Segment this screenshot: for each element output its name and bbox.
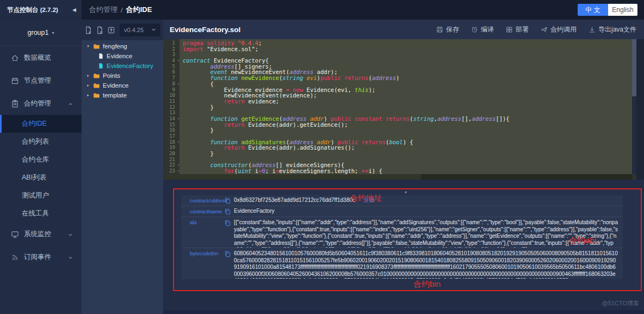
fold-gutter: [176, 87, 181, 93]
vertical-scrollbar-thumb[interactable]: [632, 39, 636, 96]
vertical-scrollbar[interactable]: [632, 39, 636, 174]
line-number: 9: [163, 87, 176, 93]
line-number: 5: [163, 64, 176, 70]
deploy-button[interactable]: 部署: [506, 25, 529, 34]
tree-folder-fengfeng[interactable]: ▾ fengfeng: [82, 41, 163, 51]
chevron-down-icon: [68, 254, 73, 262]
group-selector[interactable]: group1 ▾: [0, 20, 82, 46]
line-number: 8: [163, 81, 176, 87]
folder-icon: [93, 72, 100, 79]
breadcrumb-section[interactable]: 合约管理: [89, 5, 117, 15]
line-number: 1: [163, 40, 176, 46]
line-number: 3: [163, 52, 176, 58]
line-number: 12: [163, 104, 176, 110]
sidebar-item-data-overview[interactable]: 数据概览: [0, 46, 82, 69]
tree-folder-evidence[interactable]: ▸ Evidence: [82, 81, 163, 90]
fold-marker-icon[interactable]: ▾: [176, 116, 181, 122]
line-number: 21: [163, 157, 176, 163]
fold-gutter: [176, 69, 181, 75]
left-sidebar: group1 ▾ 数据概览节点管理合约管理合约IDE合约列表合约仓库ABI列表测…: [0, 20, 82, 314]
horizontal-scrollbar-thumb[interactable]: [163, 174, 421, 180]
horizontal-scrollbar[interactable]: [163, 174, 632, 180]
sidebar-item-system-monitor[interactable]: 系统监控: [0, 223, 82, 245]
fold-gutter: [176, 145, 181, 151]
code-editor[interactable]: 1 pragma solidity ^0.4.4; 2 import "Evid…: [163, 40, 632, 174]
tree-folder-template[interactable]: ▸ template: [82, 90, 163, 100]
fold-marker-icon[interactable]: ▾: [176, 81, 181, 87]
fold-gutter: [176, 52, 181, 58]
sidebar-item-subscribe-events[interactable]: 订阅事件: [0, 245, 82, 268]
contract-call-button[interactable]: 合约调用: [541, 25, 577, 34]
tree-file-evidence-factory-file[interactable]: EvidenceFactory: [82, 61, 163, 71]
copy-icon[interactable]: [225, 198, 231, 204]
fold-marker-icon[interactable]: ▾: [176, 168, 181, 174]
copy-icon[interactable]: [225, 251, 231, 257]
line-number: 7: [163, 75, 176, 81]
compile-button[interactable]: 编译: [471, 25, 494, 34]
line-number: 13: [163, 110, 176, 116]
line-number: 17: [163, 133, 176, 139]
fold-gutter: [176, 75, 181, 81]
sidebar-item-node-management[interactable]: 节点管理: [0, 69, 82, 92]
sidebar-subitem-label: 合约IDE: [22, 119, 47, 128]
sidebar-subitem-label: ABI列表: [22, 173, 46, 182]
app-brand-block: 节点控制台 (2.7.2) ◀: [0, 0, 82, 20]
output-label-abi: abi: [190, 219, 225, 225]
code-line: 16 }: [163, 127, 632, 133]
compile-icon: [471, 26, 478, 33]
sidebar-subitem-online-tools[interactable]: 在线工具: [0, 205, 82, 223]
import-file-button[interactable]: [107, 26, 115, 34]
save-button[interactable]: 保存: [436, 25, 459, 34]
sidebar-subitem-contract-list[interactable]: 合约列表: [0, 133, 82, 151]
fold-marker-icon[interactable]: ▾: [176, 139, 181, 145]
line-number: 22: [163, 162, 176, 168]
sidebar-subitem-test-user[interactable]: 测试用户: [0, 187, 82, 205]
deploy-result-rows: contractAddress 0x8d6327bf7253e87add9d17…: [181, 195, 623, 279]
fold-gutter: [176, 93, 181, 98]
tree-file-evidence-file[interactable]: Evidence: [82, 51, 163, 61]
output-value-abi: [{"constant":false,"inputs":[{"name":"ad…: [234, 219, 623, 248]
line-number: 19: [163, 145, 176, 151]
compile-label: 编译: [481, 25, 494, 34]
sidebar-subitem-label: 合约仓库: [22, 155, 49, 164]
folder-icon: [93, 82, 100, 89]
export-java-button[interactable]: 导出java文件: [589, 25, 636, 34]
copy-icon[interactable]: [225, 208, 231, 215]
copy-icon[interactable]: [225, 220, 231, 226]
tree-folder-label: template: [103, 92, 127, 98]
panel-collapse-icon[interactable]: ▾: [405, 190, 407, 195]
contract-call-label: 合约调用: [550, 25, 577, 34]
annotation-contract-bin: 合约bin: [413, 279, 441, 290]
sidebar-collapse-icon[interactable]: ◀: [72, 7, 76, 13]
sidebar-subitem-contract-repo[interactable]: 合约仓库: [0, 151, 82, 169]
fold-gutter: [176, 122, 181, 128]
line-number: 18: [163, 139, 176, 145]
sidebar-subitem-contract-ide[interactable]: 合约IDE: [0, 115, 82, 133]
lang-en-button[interactable]: English: [608, 4, 637, 16]
compiler-version-select[interactable]: v0.4.25: [120, 23, 160, 36]
sidebar-subitem-abi-list[interactable]: ABI列表: [0, 169, 82, 187]
fold-gutter: [176, 98, 181, 104]
output-value-bytecodeBin: 608060405234801561001057600080fd5b506040…: [234, 250, 623, 279]
fold-marker-icon[interactable]: ▾: [176, 162, 181, 168]
fold-gutter: [176, 40, 181, 46]
copy-file-button[interactable]: [96, 26, 104, 34]
add-file-button[interactable]: [84, 26, 92, 34]
fold-marker-icon[interactable]: ▾: [176, 58, 181, 64]
lang-zh-button[interactable]: 中 文: [578, 4, 608, 16]
sidebar-item-label: 合约管理: [24, 99, 51, 108]
app-title: 节点控制台 (2.7.2): [7, 6, 58, 14]
upload-icon: [107, 26, 115, 34]
line-number: 6: [163, 69, 176, 75]
sidebar-item-contract-management[interactable]: 合约管理: [0, 92, 82, 115]
output-row-bytecodeBin: bytecodeBin 6080604052348015610010576000…: [181, 248, 623, 279]
sidebar-item-label: 订阅事件: [24, 253, 51, 262]
folder-icon: [93, 92, 100, 99]
annotation-contract-address: 合约地址: [350, 193, 382, 204]
chevron-up-icon: [68, 101, 73, 108]
line-number: 11: [163, 98, 176, 104]
line-number: 16: [163, 127, 176, 133]
save-icon: [436, 26, 443, 33]
tree-folder-points[interactable]: ▸ Points: [82, 71, 163, 81]
bottom-strip: [163, 310, 644, 314]
